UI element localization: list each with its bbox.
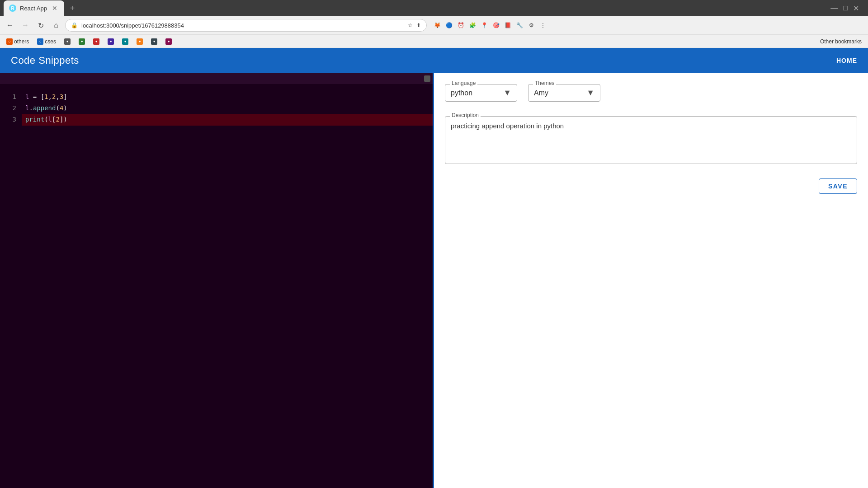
dropdowns-row: Language python ▼ Themes Amy ▼: [445, 84, 857, 102]
ext-7[interactable]: 📕: [503, 20, 513, 30]
ext-8[interactable]: 🔧: [514, 20, 524, 30]
save-btn-row: SAVE: [445, 178, 857, 194]
ext-5[interactable]: 📍: [479, 20, 489, 30]
share-icon[interactable]: ⬆: [416, 22, 421, 28]
ext-9[interactable]: ⚙: [526, 20, 536, 30]
description-label: Description: [450, 112, 481, 118]
bookmark-label-cses: cses: [45, 38, 56, 45]
code-line-1: l = [1,2,3]: [22, 91, 434, 103]
maximize-button[interactable]: □: [843, 4, 848, 13]
code-content[interactable]: l = [1,2,3] l.append(4) print(l[2]): [22, 88, 434, 129]
bookmark-7[interactable]: ●: [119, 38, 131, 46]
bookmark-favicon-8: ●: [137, 38, 143, 45]
themes-dropdown-arrow: ▼: [586, 88, 594, 98]
code-line-3: print(l[2]): [22, 114, 434, 125]
description-container[interactable]: Description: [445, 116, 857, 164]
ext-3[interactable]: ⏰: [456, 20, 466, 30]
home-button[interactable]: ⌂: [50, 19, 62, 32]
minimize-button[interactable]: —: [830, 4, 838, 13]
save-button[interactable]: SAVE: [819, 178, 857, 194]
other-bookmarks-label: Other bookmarks: [820, 38, 862, 45]
reload-button[interactable]: ↻: [34, 19, 47, 32]
tab-close-button[interactable]: ✕: [51, 4, 59, 12]
address-bar[interactable]: 🔒 localhost:3000/snippet/1676129888354 ☆…: [65, 19, 427, 32]
bookmark-favicon-3: ●: [64, 38, 71, 45]
bookmark-favicon-10: ●: [165, 38, 172, 45]
bookmark-others[interactable]: o others: [4, 38, 32, 46]
bookmark-3[interactable]: ●: [61, 38, 73, 46]
bookmark-5[interactable]: ●: [90, 38, 102, 46]
active-tab[interactable]: R React App ✕: [4, 0, 64, 16]
url-text: localhost:3000/snippet/1676129888354: [81, 22, 404, 29]
forward-button[interactable]: →: [19, 19, 32, 32]
themes-value: Amy: [534, 89, 548, 97]
tab-favicon: R: [9, 5, 16, 12]
home-link[interactable]: HOME: [836, 57, 857, 64]
config-panel: Language python ▼ Themes Amy ▼: [434, 73, 868, 488]
app-container: Code Snippets HOME 1 2 3 l = [1,2,3] l.a…: [0, 48, 868, 488]
tab-bar: R React App ✕ + — □ ✕: [0, 0, 868, 16]
language-label: Language: [450, 80, 477, 86]
editor-header-bar: [0, 73, 434, 84]
ext-10[interactable]: ⋮: [538, 20, 548, 30]
bookmark-6[interactable]: ●: [105, 38, 117, 46]
new-tab-button[interactable]: +: [66, 2, 79, 14]
themes-dropdown[interactable]: Themes Amy ▼: [528, 84, 600, 102]
bookmarks-bar: o others c cses ● ● ● ● ● ● ● ●: [0, 34, 868, 48]
bookmark-favicon-4: ●: [79, 38, 85, 45]
language-dropdown[interactable]: Language python ▼: [445, 84, 517, 102]
language-select[interactable]: python ▼: [451, 88, 511, 98]
bookmark-cses[interactable]: c cses: [34, 38, 59, 46]
bookmark-8[interactable]: ●: [134, 38, 146, 46]
close-window-button[interactable]: ✕: [853, 4, 859, 13]
lock-icon: 🔒: [71, 22, 78, 28]
nav-bar: ← → ↻ ⌂ 🔒 localhost:3000/snippet/1676129…: [0, 16, 868, 34]
line-number-3: 3: [5, 114, 16, 125]
themes-label: Themes: [533, 80, 556, 86]
bookmark-icon[interactable]: ☆: [408, 22, 413, 28]
ext-6[interactable]: 🎯: [491, 20, 501, 30]
main-content: 1 2 3 l = [1,2,3] l.append(4) print(l[2]…: [0, 73, 868, 488]
bookmark-10[interactable]: ●: [163, 38, 175, 46]
bookmark-favicon-7: ●: [122, 38, 128, 45]
editor-resize-btn[interactable]: [424, 75, 430, 82]
editor-body: 1 2 3 l = [1,2,3] l.append(4) print(l[2]…: [0, 84, 434, 133]
line-number-2: 2: [5, 103, 16, 114]
line-number-1: 1: [5, 91, 16, 103]
editor-right-line: [433, 73, 434, 488]
other-bookmarks[interactable]: Other bookmarks: [817, 38, 864, 46]
bookmark-favicon-cses: c: [37, 38, 43, 45]
language-value: python: [451, 89, 472, 97]
browser-chrome: R React App ✕ + — □ ✕ ← → ↻ ⌂ 🔒 localhos…: [0, 0, 868, 48]
ext-2[interactable]: 🔵: [444, 20, 454, 30]
ext-1[interactable]: 🦊: [432, 20, 442, 30]
bookmark-favicon-6: ●: [108, 38, 114, 45]
language-dropdown-arrow: ▼: [503, 88, 511, 98]
app-header: Code Snippets HOME: [0, 48, 868, 73]
extensions-area: 🦊 🔵 ⏰ 🧩 📍 🎯 📕 🔧 ⚙ ⋮: [432, 20, 548, 30]
line-numbers: 1 2 3: [0, 88, 22, 129]
description-textarea[interactable]: [445, 117, 857, 162]
tab-title: React App: [20, 5, 47, 12]
app-title: Code Snippets: [11, 55, 79, 66]
editor-area: 1 2 3 l = [1,2,3] l.append(4) print(l[2]…: [0, 73, 434, 488]
bookmark-favicon-others: o: [6, 38, 13, 45]
code-line-2: l.append(4): [22, 103, 434, 114]
themes-select[interactable]: Amy ▼: [534, 88, 594, 98]
bookmark-favicon-9: ●: [151, 38, 157, 45]
bookmark-favicon-5: ●: [93, 38, 99, 45]
description-wrapper: Description: [445, 116, 857, 164]
back-button[interactable]: ←: [4, 19, 16, 32]
bookmark-4[interactable]: ●: [76, 38, 88, 46]
bookmark-9[interactable]: ●: [148, 38, 160, 46]
bookmark-label-others: others: [14, 38, 29, 45]
ext-4[interactable]: 🧩: [467, 20, 477, 30]
